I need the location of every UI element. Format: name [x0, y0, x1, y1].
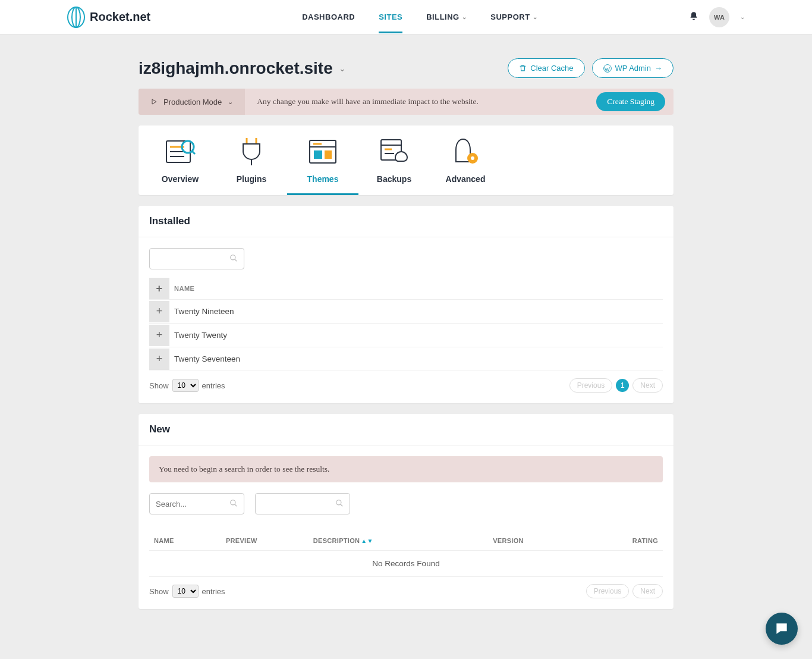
chevron-down-icon: ⌄ — [462, 14, 467, 20]
chat-widget-button[interactable] — [766, 613, 798, 645]
wordpress-icon — [603, 64, 612, 73]
entries-select[interactable]: 10 — [172, 379, 199, 392]
svg-rect-17 — [325, 150, 332, 159]
themes-icon — [306, 137, 339, 166]
table-row: + Twenty Nineteen — [149, 300, 663, 324]
svg-line-25 — [235, 259, 237, 261]
plugins-icon — [235, 137, 268, 166]
previous-button[interactable]: Previous — [569, 378, 613, 393]
tab-themes[interactable]: Themes — [287, 137, 358, 195]
svg-line-29 — [341, 504, 343, 506]
svg-point-24 — [231, 255, 235, 259]
top-nav: DASHBOARD SITES BILLING ⌄ SUPPORT ⌄ — [302, 1, 537, 33]
next-button[interactable]: Next — [632, 584, 663, 598]
show-entries: Show 10 entries — [149, 585, 225, 598]
topbar: Rocket.net DASHBOARD SITES BILLING ⌄ SUP… — [0, 0, 812, 34]
expand-row-button[interactable]: + — [149, 349, 169, 370]
nav-sites[interactable]: SITES — [379, 1, 402, 33]
installed-panel: Installed + NAME + Twenty Ni — [139, 206, 673, 403]
mode-label: Production Mode — [163, 98, 222, 106]
search-notice: You need to begin a search in order to s… — [149, 456, 663, 482]
col-version[interactable]: VERSION — [488, 531, 581, 551]
show-label: Show — [149, 381, 169, 390]
chevron-down-icon[interactable]: ⌄ — [740, 14, 745, 20]
show-entries: Show 10 entries — [149, 379, 225, 392]
notifications-bell-icon[interactable] — [689, 11, 698, 23]
new-pagination: Previous Next — [586, 584, 663, 598]
svg-line-9 — [192, 151, 195, 154]
nav-billing-label: BILLING — [426, 12, 459, 21]
page-title: iz8ighajmh.onrocket.site — [139, 59, 333, 78]
svg-point-23 — [471, 156, 474, 160]
empty-message: No Records Found — [149, 551, 663, 577]
new-search-2[interactable] — [255, 493, 350, 514]
logo[interactable]: Rocket.net — [67, 7, 150, 28]
search-icon — [229, 499, 238, 509]
arrow-right-icon: → — [654, 64, 662, 73]
clear-cache-button[interactable]: Clear Cache — [508, 58, 584, 78]
nav-support[interactable]: SUPPORT ⌄ — [490, 1, 537, 33]
installed-pagination: Previous 1 Next — [569, 378, 663, 393]
logo-text: Rocket.net — [90, 10, 150, 24]
expand-row-button[interactable]: + — [149, 301, 169, 322]
theme-name: Twenty Nineteen — [169, 300, 663, 324]
nav-billing[interactable]: BILLING ⌄ — [426, 1, 467, 33]
site-selector[interactable]: iz8ighajmh.onrocket.site ⌄ — [139, 59, 346, 78]
overview-icon — [163, 137, 197, 166]
tab-overview-label: Overview — [162, 174, 199, 184]
new-search-input-2[interactable] — [262, 500, 335, 509]
installed-table: + NAME + Twenty Nineteen + Twenty Twenty… — [149, 278, 663, 371]
svg-point-26 — [231, 500, 235, 504]
theme-name: Twenty Twenty — [169, 324, 663, 347]
mode-dropdown[interactable]: Production Mode ⌄ — [139, 89, 245, 115]
new-table: NAME PREVIEW DESCRIPTION▲▼ VERSION RATIN… — [149, 531, 663, 577]
show-label: Show — [149, 587, 169, 596]
table-row: + Twenty Twenty — [149, 324, 663, 347]
new-search-input-1[interactable] — [156, 500, 229, 509]
next-button[interactable]: Next — [632, 378, 663, 393]
nav-dashboard[interactable]: DASHBOARD — [302, 1, 355, 33]
wp-admin-label: WP Admin — [615, 64, 651, 73]
chevron-down-icon: ⌄ — [533, 14, 538, 20]
previous-button[interactable]: Previous — [586, 584, 630, 598]
backups-icon — [377, 137, 411, 166]
svg-line-27 — [235, 504, 237, 506]
installed-search[interactable] — [149, 248, 244, 269]
col-rating[interactable]: RATING — [581, 531, 663, 551]
tab-backups[interactable]: Backups — [358, 137, 430, 195]
clear-cache-label: Clear Cache — [530, 64, 573, 73]
new-search-1[interactable] — [149, 493, 244, 514]
mode-bar: Production Mode ⌄ Any change you make wi… — [139, 89, 673, 115]
create-staging-button[interactable]: Create Staging — [596, 92, 665, 111]
rocket-logo-icon — [67, 7, 85, 28]
expand-all-button[interactable]: + — [149, 278, 169, 299]
new-title: New — [149, 423, 663, 435]
theme-name: Twenty Seventeen — [169, 347, 663, 371]
new-panel: New You need to begin a search in order … — [139, 414, 673, 609]
wp-admin-button[interactable]: WP Admin → — [592, 58, 673, 78]
entries-select[interactable]: 10 — [172, 585, 199, 598]
mode-message: Any change you make will have an immedia… — [245, 97, 596, 106]
search-icon — [229, 254, 238, 264]
advanced-icon — [449, 137, 482, 166]
chevron-down-icon: ⌄ — [228, 98, 233, 106]
col-preview[interactable]: PREVIEW — [221, 531, 309, 551]
tab-themes-label: Themes — [307, 174, 339, 184]
installed-search-input[interactable] — [156, 255, 229, 263]
tab-plugins-label: Plugins — [237, 174, 267, 184]
expand-row-button[interactable]: + — [149, 325, 169, 346]
svg-rect-16 — [314, 150, 322, 159]
tab-overview[interactable]: Overview — [144, 137, 216, 195]
chevron-down-icon: ⌄ — [339, 64, 346, 73]
search-icon — [335, 499, 344, 509]
tab-plugins[interactable]: Plugins — [216, 137, 287, 195]
trash-icon — [519, 64, 527, 72]
page-number[interactable]: 1 — [616, 379, 629, 392]
play-icon — [150, 98, 158, 105]
col-name[interactable]: NAME — [149, 531, 221, 551]
tab-advanced[interactable]: Advanced — [430, 137, 501, 195]
col-description[interactable]: DESCRIPTION▲▼ — [309, 531, 488, 551]
user-avatar[interactable]: WA — [709, 7, 729, 27]
entries-label: entries — [202, 587, 225, 596]
col-name: NAME — [169, 278, 663, 300]
